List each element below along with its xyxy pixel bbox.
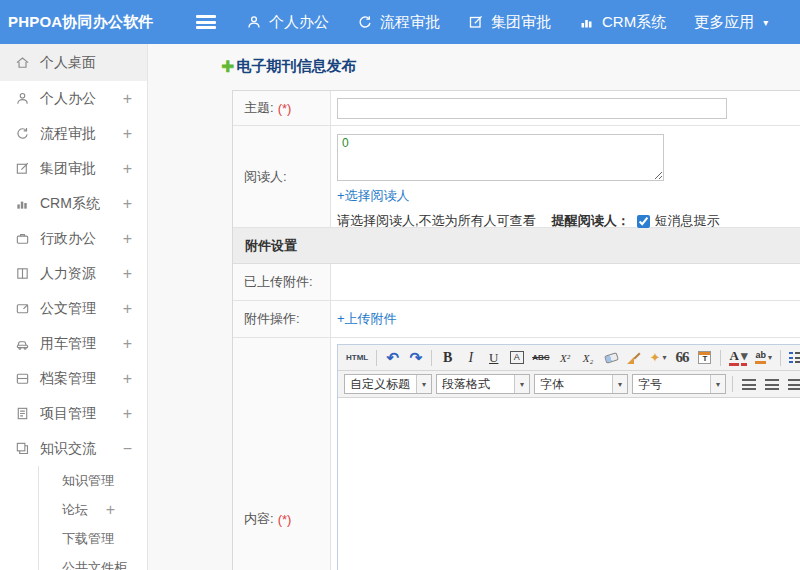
caret-down-icon: ▾ — [662, 353, 666, 362]
caret-down-icon: ▾ — [416, 375, 431, 393]
topnav-item-workflow-approval[interactable]: 流程审批 — [357, 13, 440, 32]
html-source-button[interactable]: HTML — [343, 347, 371, 368]
editor-content-area[interactable] — [338, 398, 800, 570]
required-mark: (*) — [278, 512, 292, 527]
attachment-section-header: 附件设置 — [233, 228, 800, 264]
expand-icon[interactable]: + — [123, 195, 132, 213]
car-icon — [15, 336, 30, 351]
sidebar-item-label: 项目管理 — [40, 405, 96, 423]
superscript-button[interactable]: X² — [555, 347, 576, 368]
redo-button[interactable]: ↷ — [405, 347, 426, 368]
apply-style-button[interactable]: A — [506, 347, 527, 368]
sidebar-subitem-public-file-cabinet[interactable]: 公共文件柜 — [39, 553, 147, 570]
sidebar-subitem-download-mgmt[interactable]: 下载管理 — [39, 524, 147, 553]
sidebar-item-label: 集团审批 — [40, 160, 96, 178]
sidebar-item-project-mgmt[interactable]: 项目管理 + — [0, 396, 147, 431]
page-title-text: 电子期刊信息发布 — [236, 57, 356, 76]
italic-button[interactable]: I — [460, 347, 481, 368]
sms-remind-checkbox[interactable] — [637, 215, 650, 228]
eraser-button[interactable] — [601, 347, 622, 368]
expand-icon[interactable]: + — [123, 125, 132, 143]
home-icon — [15, 55, 30, 70]
expand-icon[interactable]: + — [123, 370, 132, 388]
expand-icon[interactable]: + — [123, 230, 132, 248]
font-color-button[interactable]: A▾ — [726, 347, 750, 368]
sidebar-item-label: 流程审批 — [40, 125, 96, 143]
toolbar-separator — [431, 350, 432, 366]
sidebar-item-document-mgmt[interactable]: 公文管理 + — [0, 291, 147, 326]
expand-icon[interactable]: + — [123, 265, 132, 283]
subscript-button[interactable]: X₂ — [578, 347, 599, 368]
align-right-button[interactable] — [784, 374, 800, 395]
font-family-select[interactable]: 字体 ▾ — [534, 374, 628, 394]
caret-down-icon: ▾ — [763, 17, 768, 28]
bar-chart-icon — [579, 14, 595, 30]
blockquote-button[interactable]: 66 — [671, 347, 692, 368]
editor-toolbar-row-2: 自定义标题 ▾ 段落格式 ▾ 字体 ▾ 字号 ▾ — [338, 371, 800, 398]
sidebar-subitem-forum[interactable]: 论坛 + — [39, 495, 147, 524]
sidebar-item-crm[interactable]: CRM系统 + — [0, 186, 147, 221]
custom-title-select[interactable]: 自定义标题 ▾ — [344, 374, 432, 394]
hamburger-icon[interactable] — [196, 15, 216, 29]
sidebar-item-vehicle-mgmt[interactable]: 用车管理 + — [0, 326, 147, 361]
sidebar-item-workflow-approval[interactable]: 流程审批 + — [0, 116, 147, 151]
expand-icon[interactable]: + — [123, 160, 132, 178]
rich-text-editor: HTML ↶ ↷ B I U A ABC X² X₂ ✦ — [337, 344, 800, 570]
readers-textarea[interactable]: 0 — [337, 134, 664, 181]
attachment-ops-label: 附件操作: — [233, 301, 331, 337]
paste-text-button[interactable]: T — [694, 347, 715, 368]
expand-icon[interactable]: + — [106, 501, 115, 519]
expand-icon[interactable]: + — [123, 405, 132, 423]
wand-icon: ✦ — [650, 351, 661, 364]
uploaded-attachments-value — [331, 264, 800, 300]
toolbar-separator — [732, 376, 733, 392]
expand-icon[interactable]: + — [123, 300, 132, 318]
strikethrough-button[interactable]: ABC — [529, 347, 552, 368]
upload-attachment-link[interactable]: +上传附件 — [337, 310, 397, 328]
sidebar-item-group-approval[interactable]: 集团审批 + — [0, 151, 147, 186]
user-icon — [15, 91, 30, 106]
topnav-label: 更多应用 — [694, 13, 754, 32]
underline-button[interactable]: U — [483, 347, 504, 368]
sidebar-item-knowledge-exchange[interactable]: 知识交流 − — [0, 431, 147, 466]
topnav-item-more-apps[interactable]: 更多应用 ▾ — [694, 13, 768, 32]
expand-icon[interactable]: + — [123, 335, 132, 353]
paragraph-format-select[interactable]: 段落格式 ▾ — [436, 374, 530, 394]
sidebar-item-archive-mgmt[interactable]: 档案管理 + — [0, 361, 147, 396]
sidebar-item-admin-office[interactable]: 行政办公 + — [0, 221, 147, 256]
caret-down-icon: ▾ — [514, 375, 529, 393]
sidebar-item-hr[interactable]: 人力资源 + — [0, 256, 147, 291]
expand-icon[interactable]: + — [123, 90, 132, 108]
align-left-button[interactable] — [738, 374, 759, 395]
sidebar-subitem-knowledge-mgmt[interactable]: 知识管理 — [39, 466, 147, 495]
topnav-item-personal-office[interactable]: 个人办公 — [246, 13, 329, 32]
add-icon: ✚ — [221, 57, 234, 76]
readers-hint-line: 请选择阅读人,不选为所有人可查看 提醒阅读人： 短消息提示 — [337, 212, 800, 230]
topnav-label: 流程审批 — [380, 13, 440, 32]
topnav-item-group-approval[interactable]: 集团审批 — [468, 13, 551, 32]
clipboard-icon — [15, 406, 30, 421]
toolbar-separator — [376, 350, 377, 366]
sidebar-item-personal-office[interactable]: 个人办公 + — [0, 81, 147, 116]
topnav-item-crm[interactable]: CRM系统 — [579, 13, 666, 32]
collapse-icon[interactable]: − — [123, 440, 132, 458]
autotypeset-button[interactable]: ✦▾ — [647, 347, 670, 368]
highlight-button[interactable]: ab▾ — [752, 347, 775, 368]
sidebar-subitem-label: 下载管理 — [62, 530, 114, 548]
edit-icon — [468, 14, 484, 30]
sidebar-item-label: 个人桌面 — [40, 54, 96, 72]
sms-remind-label: 短消息提示 — [655, 212, 720, 230]
ordered-list-button[interactable]: ▾ — [786, 347, 800, 368]
briefcase-icon — [15, 231, 30, 246]
sidebar-item-personal-desktop[interactable]: 个人桌面 — [0, 44, 147, 81]
select-readers-link[interactable]: +选择阅读人 — [337, 187, 410, 205]
sidebar-subitem-label: 论坛 — [62, 501, 88, 519]
bold-button[interactable]: B — [437, 347, 458, 368]
subject-row: 主题: (*) — [233, 91, 800, 126]
format-brush-button[interactable] — [624, 347, 645, 368]
font-size-select[interactable]: 字号 ▾ — [632, 374, 726, 394]
main-content: ✚ 电子期刊信息发布 主题: (*) 阅读人: 0 +选择阅读人 请选择阅读人,… — [148, 44, 800, 570]
undo-button[interactable]: ↶ — [382, 347, 403, 368]
align-center-button[interactable] — [761, 374, 782, 395]
subject-input[interactable] — [337, 98, 727, 119]
